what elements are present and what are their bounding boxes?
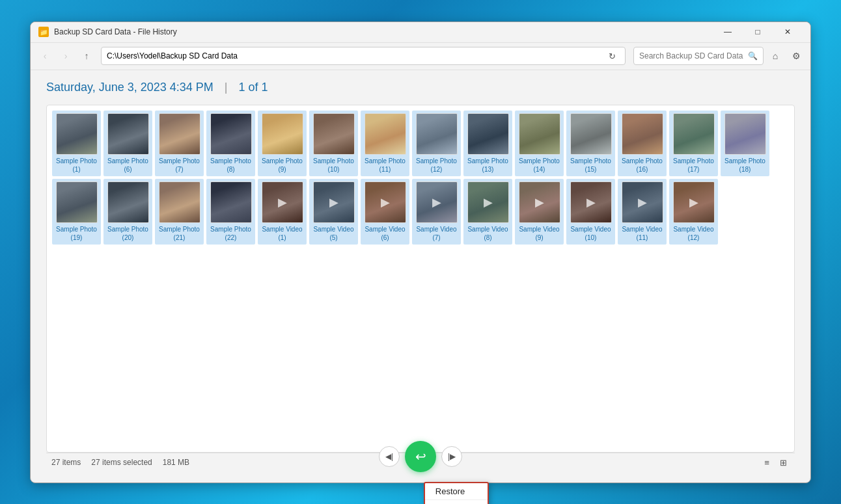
file-thumbnail-17 (210, 181, 252, 223)
list-item[interactable]: Sample Photo (19) (52, 179, 101, 245)
close-button[interactable]: ✕ (773, 21, 803, 42)
back-button[interactable]: ‹ (36, 47, 54, 65)
list-item[interactable]: ▶Sample Video (8) (463, 179, 512, 245)
file-label: Sample Photo (17) (672, 157, 715, 174)
list-item[interactable]: Sample Photo (18) (721, 111, 769, 176)
content-area: Saturday, June 3, 2023 4:34 PM | 1 of 1 … (31, 70, 810, 483)
restore-button[interactable]: Restore Restore to (405, 441, 436, 472)
restore-to-option[interactable]: Restore to (425, 500, 488, 505)
window-title: Backup SD Card Data - File History (54, 27, 713, 36)
file-label: Sample Photo (22) (209, 225, 253, 242)
file-thumbnail-0 (56, 113, 98, 155)
file-label: Sample Photo (10) (312, 157, 355, 174)
file-label: Sample Photo (18) (723, 157, 767, 174)
prev-icon: ◀| (385, 452, 393, 461)
maximize-button[interactable]: □ (743, 21, 773, 42)
list-item[interactable]: Sample Photo (21) (155, 179, 204, 245)
list-item[interactable]: Sample Photo (13) (463, 111, 512, 176)
file-thumbnail-18: ▶ (262, 181, 303, 223)
next-icon: |▶ (448, 452, 456, 461)
prev-button[interactable]: ◀| (379, 446, 400, 467)
main-window: 📁 Backup SD Card Data - File History — □… (30, 21, 811, 483)
list-item[interactable]: ▶Sample Video (7) (412, 179, 461, 245)
search-bar[interactable]: 🔍 (633, 47, 764, 65)
address-input[interactable] (107, 51, 604, 60)
forward-button[interactable]: › (57, 47, 75, 65)
list-item[interactable]: Sample Photo (15) (566, 111, 615, 176)
file-label: Sample Photo (20) (106, 225, 150, 242)
file-label: Sample Video (12) (672, 225, 715, 242)
list-item[interactable]: Sample Photo (22) (206, 179, 255, 245)
file-thumbnail-14 (56, 181, 98, 223)
restore-popup: Restore Restore to (424, 482, 489, 505)
file-thumbnail-23: ▶ (519, 181, 560, 223)
file-thumbnail-5 (313, 113, 355, 155)
file-label: Sample Photo (21) (158, 225, 201, 242)
file-thumbnail-4 (262, 113, 303, 155)
file-thumbnail-11 (622, 113, 663, 155)
file-label: Sample Photo (8) (209, 157, 253, 174)
file-label: Sample Video (10) (569, 225, 613, 242)
list-item[interactable]: ▶Sample Video (1) (258, 179, 307, 245)
bottom-controls: ◀| Restore Restore to |▶ (379, 441, 462, 472)
file-thumbnail-2 (159, 113, 200, 155)
list-item[interactable]: ▶Sample Video (12) (669, 179, 718, 245)
list-item[interactable]: Sample Photo (14) (515, 111, 564, 176)
file-thumbnail-8 (467, 113, 509, 155)
file-label: Sample Photo (16) (620, 157, 664, 174)
file-label: Sample Video (11) (620, 225, 664, 242)
file-label: Sample Photo (9) (260, 157, 304, 174)
history-date: Saturday, June 3, 2023 4:34 PM (46, 81, 214, 94)
file-thumbnail-1 (107, 113, 149, 155)
file-grid: Sample Photo (1)Sample Photo (6)Sample P… (52, 111, 789, 245)
search-input[interactable] (639, 51, 745, 60)
file-label: Sample Video (8) (466, 225, 510, 242)
list-item[interactable]: Sample Photo (11) (361, 111, 409, 176)
settings-button[interactable]: ⚙ (787, 47, 805, 65)
file-thumbnail-10 (570, 113, 612, 155)
home-button[interactable]: ⌂ (766, 47, 784, 65)
list-item[interactable]: Sample Photo (16) (618, 111, 667, 176)
next-button[interactable]: |▶ (441, 446, 462, 467)
file-thumbnail-19: ▶ (313, 181, 355, 223)
list-item[interactable]: ▶Sample Video (9) (515, 179, 564, 245)
file-thumbnail-6 (365, 113, 406, 155)
list-item[interactable]: Sample Photo (12) (412, 111, 461, 176)
up-button[interactable]: ↑ (77, 47, 96, 65)
restore-option[interactable]: Restore (425, 483, 488, 499)
file-thumbnail-12 (673, 113, 715, 155)
list-item[interactable]: Sample Photo (6) (103, 111, 152, 176)
list-item[interactable]: Sample Photo (8) (206, 111, 255, 176)
file-thumbnail-16 (159, 181, 200, 223)
list-item[interactable]: ▶Sample Video (11) (618, 179, 667, 245)
window-controls: — □ ✕ (713, 21, 803, 42)
list-item[interactable]: Sample Photo (10) (309, 111, 358, 176)
file-thumbnail-22: ▶ (467, 181, 509, 223)
list-item[interactable]: ▶Sample Video (10) (566, 179, 615, 245)
file-label: Sample Photo (19) (55, 225, 98, 242)
file-thumbnail-21: ▶ (416, 181, 458, 223)
refresh-button[interactable]: ↻ (604, 48, 620, 64)
list-item[interactable]: Sample Photo (20) (103, 179, 152, 245)
list-view-button[interactable]: ≡ (762, 457, 772, 469)
file-thumbnail-24: ▶ (570, 181, 612, 223)
list-item[interactable]: Sample Photo (17) (669, 111, 718, 176)
nav-bar: ‹ › ↑ ↻ 🔍 ⌂ ⚙ (31, 43, 810, 70)
list-item[interactable]: Sample Photo (1) (52, 111, 101, 176)
list-item[interactable]: ▶Sample Video (6) (361, 179, 409, 245)
history-position: 1 of 1 (239, 81, 268, 94)
address-bar[interactable]: ↻ (101, 47, 626, 65)
minimize-button[interactable]: — (713, 21, 743, 42)
list-item[interactable]: Sample Photo (9) (258, 111, 307, 176)
file-label: Sample Photo (1) (55, 157, 98, 174)
file-thumbnail-7 (416, 113, 458, 155)
file-label: Sample Photo (13) (466, 157, 510, 174)
list-item[interactable]: ▶Sample Video (5) (309, 179, 358, 245)
file-label: Sample Photo (11) (363, 157, 407, 174)
tile-view-button[interactable]: ⊞ (777, 457, 790, 469)
search-icon: 🔍 (748, 51, 758, 60)
list-item[interactable]: Sample Photo (7) (155, 111, 204, 176)
file-label: Sample Video (1) (260, 225, 304, 242)
total-size: 181 MB (163, 458, 189, 467)
header-separator: | (225, 81, 231, 94)
